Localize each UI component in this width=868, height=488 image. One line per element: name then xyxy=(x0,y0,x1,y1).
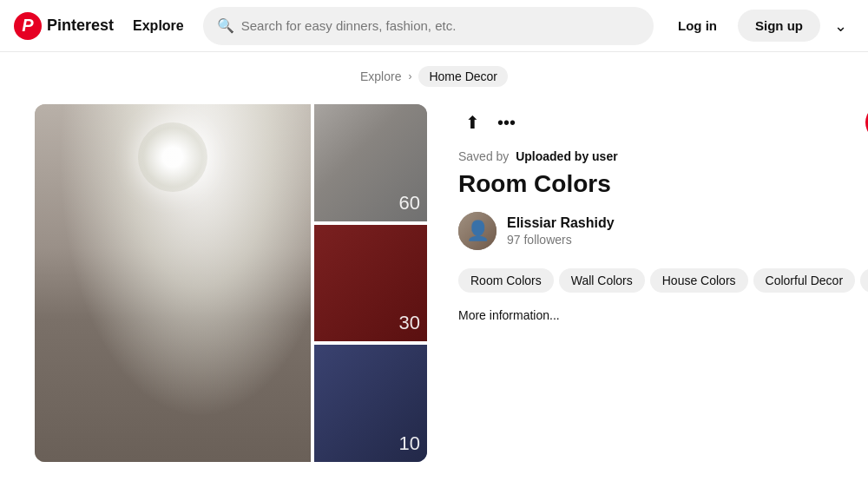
action-icons: ⬆ ••• xyxy=(458,105,523,140)
collage-bottom-right-image[interactable]: 10 xyxy=(314,345,427,462)
tag-wall-colors[interactable]: Wall Colors xyxy=(559,268,645,293)
login-button[interactable]: Log in xyxy=(664,10,731,42)
user-name[interactable]: Elissiar Rashidy xyxy=(507,215,615,231)
board-title: Room Colors xyxy=(458,170,868,198)
header: P Pinterest Explore 🔍 Log in Sign up ⌄ xyxy=(0,0,868,52)
search-input[interactable] xyxy=(241,18,640,33)
tag-house-colors[interactable]: House Colors xyxy=(650,268,748,293)
breadcrumb-current: Home Decor xyxy=(418,66,508,87)
saved-by-prefix: Saved by xyxy=(458,149,509,163)
expand-menu-button[interactable]: ⌄ xyxy=(827,10,854,43)
main-content: 60 30 10 ⬆ ••• Save Saved by Uploaded by… xyxy=(0,96,868,471)
search-icon: 🔍 xyxy=(217,17,234,34)
count-30-badge: 30 xyxy=(399,312,420,334)
signup-button[interactable]: Sign up xyxy=(738,10,820,42)
pinterest-p-icon: P xyxy=(14,12,42,40)
header-right: Log in Sign up ⌄ xyxy=(664,10,854,43)
image-collage: 60 30 10 xyxy=(35,104,427,462)
action-bar: ⬆ ••• Save xyxy=(458,104,868,141)
tags-container: Room Colors Wall Colors House Colors Col… xyxy=(458,267,868,293)
count-60-badge: 60 xyxy=(399,192,420,214)
pinterest-wordmark: Pinterest xyxy=(47,16,114,35)
saved-by-text: Saved by Uploaded by user xyxy=(458,149,868,163)
more-options-button[interactable]: ••• xyxy=(490,106,523,140)
user-followers: 97 followers xyxy=(507,233,615,247)
saved-by-user: Uploaded by user xyxy=(516,149,617,163)
user-info: Elissiar Rashidy 97 followers xyxy=(458,212,868,250)
breadcrumb-explore-link[interactable]: Explore xyxy=(360,69,401,83)
share-button[interactable]: ⬆ xyxy=(458,105,487,140)
search-bar: 🔍 xyxy=(203,7,654,45)
breadcrumb: Explore › Home Decor xyxy=(0,52,868,96)
user-details: Elissiar Rashidy 97 followers xyxy=(507,215,615,247)
explore-button[interactable]: Explore xyxy=(124,13,193,39)
pinterest-logo[interactable]: P Pinterest xyxy=(14,12,114,40)
tag-colorfu[interactable]: Colors xyxy=(860,268,868,293)
right-panel: ⬆ ••• Save Saved by Uploaded by user Roo… xyxy=(427,104,868,462)
room-photo xyxy=(35,104,311,462)
count-10-badge: 10 xyxy=(399,432,420,455)
avatar[interactable] xyxy=(458,212,496,250)
more-information-link[interactable]: More information... xyxy=(458,308,560,322)
collage-main-image[interactable] xyxy=(35,104,311,462)
collage-mid-right-image[interactable]: 30 xyxy=(314,225,427,342)
tag-room-colors[interactable]: Room Colors xyxy=(458,268,554,293)
tag-colorful-decor[interactable]: Colorful Decor xyxy=(753,268,855,293)
collage-right-column: 60 30 10 xyxy=(314,104,427,462)
collage-top-right-image[interactable]: 60 xyxy=(314,104,427,221)
breadcrumb-chevron-icon: › xyxy=(408,70,411,82)
